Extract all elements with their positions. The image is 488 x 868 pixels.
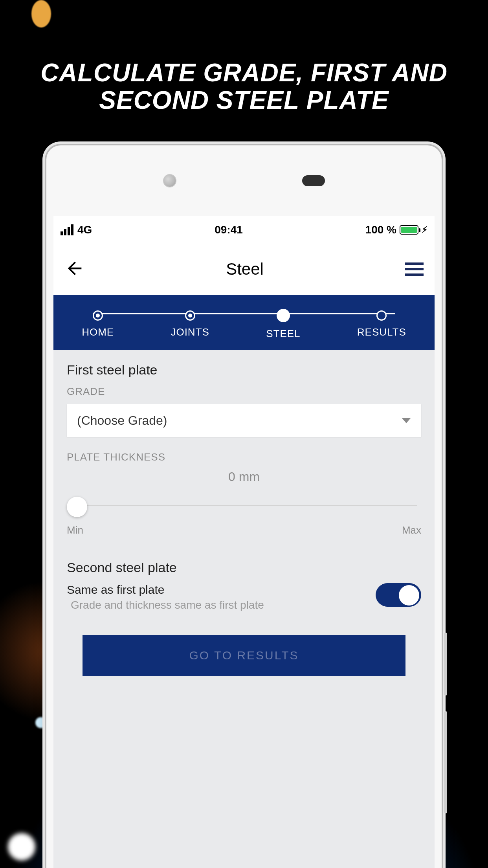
step-dot-icon (185, 310, 195, 321)
phone-camera (163, 174, 176, 187)
arrow-left-icon (64, 258, 85, 279)
go-to-results-button[interactable]: GO TO RESULTS (83, 635, 405, 676)
slider-track (71, 505, 417, 506)
spark-decor (35, 717, 46, 728)
phone-side-button (444, 711, 447, 813)
chevron-down-icon (402, 418, 411, 423)
thickness-value: 0 mm (67, 470, 421, 484)
slider-min-label: Min (67, 524, 83, 536)
stepper-line (93, 313, 395, 314)
second-plate-title: Second steel plate (67, 560, 421, 575)
screen: 4G 09:41 100 % ⚡︎ Steel (53, 216, 435, 868)
status-bar: 4G 09:41 100 % ⚡︎ (53, 216, 435, 244)
status-left: 4G (61, 224, 92, 236)
battery-pct: 100 % (365, 224, 396, 236)
charging-icon: ⚡︎ (422, 225, 427, 235)
thickness-label: PLATE THICKNESS (67, 451, 421, 463)
hamburger-icon (405, 268, 424, 270)
promo-backdrop: CALCULATE GRADE, FIRST AND SECOND STEEL … (0, 0, 488, 868)
stepper: HOME JOINTS STEEL RESULTS (53, 295, 435, 350)
hamburger-icon (405, 262, 424, 265)
signal-icon (61, 224, 73, 235)
step-dot-icon (93, 310, 103, 321)
step-dot-icon (376, 310, 387, 321)
phone-frame: 4G 09:41 100 % ⚡︎ Steel (46, 145, 442, 868)
status-right: 100 % ⚡︎ (365, 224, 427, 236)
thickness-slider[interactable] (67, 491, 421, 523)
phone-side-button (444, 633, 447, 696)
promo-headline: CALCULATE GRADE, FIRST AND SECOND STEEL … (0, 59, 488, 114)
hamburger-icon (405, 273, 424, 276)
step-dot-current-icon (277, 309, 290, 322)
same-as-first-desc: Grade and thickness same as first plate (67, 599, 264, 611)
slider-range-labels: Min Max (67, 524, 421, 536)
phone-sensor (302, 175, 325, 186)
step-home[interactable]: HOME (82, 310, 114, 338)
grade-select-value: (Choose Grade) (77, 413, 167, 428)
menu-button[interactable] (405, 262, 424, 276)
same-as-first-toggle[interactable] (376, 583, 421, 607)
back-button[interactable] (64, 258, 85, 280)
slider-max-label: Max (402, 524, 421, 536)
battery-icon (400, 225, 418, 235)
step-label: HOME (82, 326, 114, 338)
same-as-first-label: Same as first plate (67, 583, 264, 596)
step-joints[interactable]: JOINTS (171, 310, 209, 338)
step-results[interactable]: RESULTS (357, 310, 406, 338)
step-steel[interactable]: STEEL (266, 309, 300, 340)
spark-decor (31, 0, 51, 28)
step-label: STEEL (266, 328, 300, 340)
same-as-first-row: Same as first plate Grade and thickness … (67, 583, 421, 611)
network-label: 4G (77, 224, 92, 236)
content: First steel plate GRADE (Choose Grade) P… (53, 350, 435, 676)
toggle-knob (399, 585, 419, 606)
status-time: 09:41 (215, 224, 243, 236)
grade-label: GRADE (67, 385, 421, 398)
cta-label: GO TO RESULTS (189, 649, 299, 662)
second-plate-section: Second steel plate Same as first plate G… (67, 560, 421, 611)
grade-select[interactable]: (Choose Grade) (67, 404, 421, 437)
nav-bar: Steel (53, 244, 435, 295)
toggle-texts: Same as first plate Grade and thickness … (67, 583, 264, 611)
first-plate-title: First steel plate (67, 362, 421, 378)
phone-bezel-top (46, 145, 442, 216)
step-label: RESULTS (357, 326, 406, 338)
step-label: JOINTS (171, 326, 209, 338)
spark-decor (8, 833, 35, 861)
slider-thumb[interactable] (67, 497, 87, 517)
page-title: Steel (226, 260, 264, 279)
